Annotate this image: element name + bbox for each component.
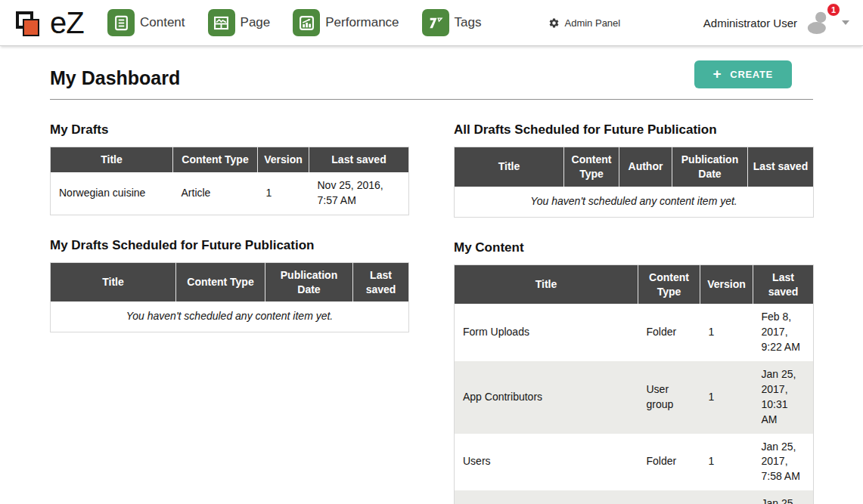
column-header-last-saved: Last saved xyxy=(753,264,814,304)
table-row[interactable]: App Folder 1 Jan 25, 2017, 7:55 AM xyxy=(455,490,814,504)
table-header-row: Title Content Type Version Last saved xyxy=(51,147,409,172)
user-name[interactable]: Administrator User xyxy=(703,17,797,29)
cell-title: Users xyxy=(455,434,638,491)
nav-item-performance[interactable]: Performance xyxy=(293,9,399,36)
column-header-version: Version xyxy=(700,264,753,304)
nav-label: Page xyxy=(241,15,271,30)
chart-arrow-icon xyxy=(293,9,320,36)
all-drafts-scheduled-section: All Drafts Scheduled for Future Publicat… xyxy=(454,122,813,218)
cell-last-saved: Jan 25, 2017, 7:55 AM xyxy=(753,490,814,504)
empty-row: You haven't scheduled any content item y… xyxy=(455,187,814,217)
nav-label: Tags xyxy=(455,15,482,30)
cell-last-saved: Feb 8, 2017, 9:22 AM xyxy=(753,304,814,361)
cell-content-type: Folder xyxy=(638,490,700,504)
column-header-title: Title xyxy=(455,264,638,304)
column-header-last-saved: Last saved xyxy=(309,147,409,172)
left-column: My Drafts Title Content Type Version Las… xyxy=(50,100,408,332)
table-header-row: Title Content Type Author Publication Da… xyxy=(455,147,814,187)
my-content-table: Title Content Type Version Last saved Fo… xyxy=(454,264,814,504)
cell-content-type: User group xyxy=(638,361,700,434)
cell-content-type: Folder xyxy=(638,304,700,361)
right-column: All Drafts Scheduled for Future Publicat… xyxy=(454,100,813,504)
cell-title: App xyxy=(455,490,638,504)
column-header-last-saved: Last saved xyxy=(353,262,409,301)
create-button[interactable]: + CREATE xyxy=(694,60,792,88)
nav-item-tags[interactable]: Tags xyxy=(422,9,482,36)
my-drafts-scheduled-section: My Drafts Scheduled for Future Publicati… xyxy=(50,238,408,333)
my-drafts-section: My Drafts Title Content Type Version Las… xyxy=(50,122,408,215)
column-header-title: Title xyxy=(51,262,176,301)
column-header-publication-date: Publication Date xyxy=(672,147,748,187)
column-header-publication-date: Publication Date xyxy=(265,262,353,301)
my-drafts-scheduled-table: Title Content Type Publication Date Last… xyxy=(50,262,409,333)
ez-logo-icon xyxy=(11,3,47,42)
user-avatar[interactable]: 1 xyxy=(805,11,833,35)
table-header-row: Title Content Type Version Last saved xyxy=(455,264,814,304)
empty-message: You haven't scheduled any content item y… xyxy=(51,301,409,332)
my-content-section: My Content Title Content Type Version La… xyxy=(454,240,813,504)
cell-version: 1 xyxy=(700,434,753,491)
dashboard-main: My Dashboard + CREATE My Drafts Title Co… xyxy=(0,46,863,504)
section-title-my-content: My Content xyxy=(454,240,813,255)
cell-content-type: Article xyxy=(173,172,258,215)
ez-logo-text: eZ xyxy=(50,8,84,38)
column-header-title: Title xyxy=(455,147,564,187)
cell-content-type: Folder xyxy=(638,434,700,491)
page-header: My Dashboard + CREATE xyxy=(50,46,813,100)
column-header-last-saved: Last saved xyxy=(748,147,814,187)
section-title-my-drafts: My Drafts xyxy=(50,122,408,138)
column-header-content-type: Content Type xyxy=(176,262,265,301)
table-row[interactable]: Form Uploads Folder 1 Feb 8, 2017, 9:22 … xyxy=(455,304,814,361)
cell-last-saved: Nov 25, 2016, 7:57 AM xyxy=(309,172,409,215)
notification-badge[interactable]: 1 xyxy=(827,3,840,17)
dashboard-grid: My Drafts Title Content Type Version Las… xyxy=(50,100,813,504)
cell-version: 1 xyxy=(700,490,753,504)
ez-logo[interactable]: eZ xyxy=(11,3,98,42)
table-row[interactable]: App Contributors User group 1 Jan 25, 20… xyxy=(455,361,814,434)
cell-title: App Contributors xyxy=(455,361,638,434)
nav-item-content[interactable]: Content xyxy=(107,9,185,36)
section-title-all-drafts-scheduled: All Drafts Scheduled for Future Publicat… xyxy=(454,122,813,138)
cell-version: 1 xyxy=(258,172,309,215)
nav-label: Content xyxy=(140,15,185,30)
section-title-my-drafts-scheduled: My Drafts Scheduled for Future Publicati… xyxy=(50,238,408,253)
empty-row: You haven't scheduled any content item y… xyxy=(51,301,409,332)
column-header-author: Author xyxy=(619,147,672,187)
table-header-row: Title Content Type Publication Date Last… xyxy=(51,262,409,301)
column-header-title: Title xyxy=(51,147,173,172)
cell-last-saved: Jan 25, 2017, 7:58 AM xyxy=(753,434,814,491)
main-nav: Content Page xyxy=(107,9,504,36)
column-header-version: Version xyxy=(258,147,309,172)
cell-title: Form Uploads xyxy=(455,304,638,361)
cell-title: Norwegian cuisine xyxy=(51,172,173,215)
my-drafts-table: Title Content Type Version Last saved No… xyxy=(50,147,409,215)
admin-panel-link[interactable]: Admin Panel xyxy=(548,17,621,29)
column-header-content-type: Content Type xyxy=(638,264,700,304)
table-row[interactable]: Users Folder 1 Jan 25, 2017, 7:58 AM xyxy=(455,434,814,491)
all-drafts-scheduled-table: Title Content Type Author Publication Da… xyxy=(454,147,814,218)
column-header-content-type: Content Type xyxy=(564,147,619,187)
cell-version: 1 xyxy=(700,304,753,361)
tag-icon xyxy=(422,9,449,36)
table-row[interactable]: Norwegian cuisine Article 1 Nov 25, 2016… xyxy=(51,172,409,215)
user-area: Administrator User 1 xyxy=(703,11,854,35)
empty-message: You haven't scheduled any content item y… xyxy=(455,187,814,217)
nav-label: Performance xyxy=(325,15,399,30)
cell-last-saved: Jan 25, 2017, 10:31 AM xyxy=(753,361,814,434)
plus-icon: + xyxy=(713,66,722,81)
document-lines-icon xyxy=(107,9,135,36)
logo-orange-square xyxy=(23,19,39,36)
top-bar: eZ Content Pag xyxy=(0,0,863,46)
create-button-label: CREATE xyxy=(730,69,773,80)
gear-icon xyxy=(548,17,560,29)
cell-version: 1 xyxy=(700,361,753,434)
admin-panel-label: Admin Panel xyxy=(565,17,621,29)
page-layout-icon xyxy=(208,9,235,36)
column-header-content-type: Content Type xyxy=(173,147,258,172)
nav-item-page[interactable]: Page xyxy=(208,9,271,36)
chevron-down-icon[interactable] xyxy=(842,20,849,25)
